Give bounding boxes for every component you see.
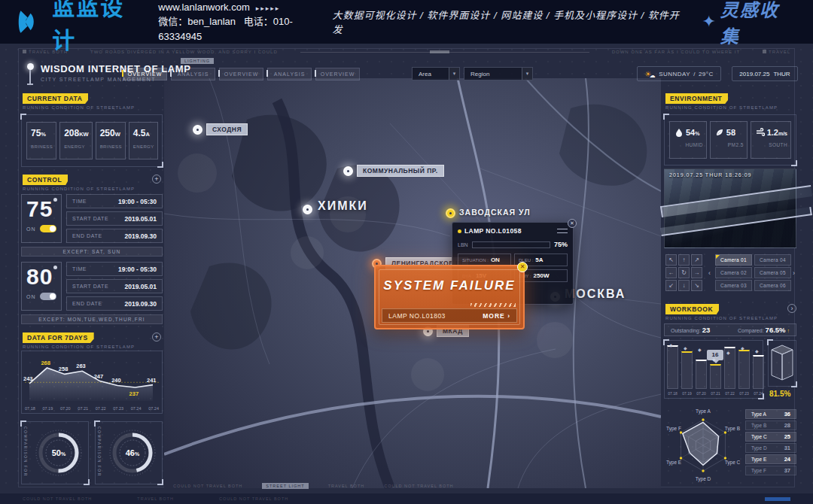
end-date-row: END DATE2019.09.30 <box>66 296 163 311</box>
current-data-panel: 75% BRINESS 208KW ENERGY 250W BRINESS 4.… <box>21 114 163 167</box>
marker-diamond-icon: ◆ <box>741 345 744 351</box>
panel-tag-environment: ENVIRONMENT <box>665 93 728 104</box>
inspiration-brand[interactable]: ✦ 灵感收集 <box>702 0 796 48</box>
lbn-label: LBN <box>458 242 468 247</box>
tab-overview-1[interactable]: OVERVIEW <box>123 68 167 80</box>
brightness-level-box: 75 ON <box>21 194 62 243</box>
stat-briness: 75% BRINESS <box>26 122 56 159</box>
close-icon[interactable]: ✕ <box>568 219 577 228</box>
expand-chart-button[interactable]: + <box>152 332 161 342</box>
camera-list-prev[interactable]: ‹ <box>708 269 711 277</box>
settings-sliders-icon[interactable] <box>557 228 568 234</box>
main-tabs: OVERVIEW ANALYSIS OVERVIEW ANALYSIS OVER… <box>123 68 360 80</box>
camera-list-next[interactable]: › <box>793 269 795 277</box>
cube-value: 81.5% <box>769 390 790 398</box>
camera-button-2[interactable]: Camera 02 <box>715 267 752 278</box>
region-select[interactable]: Region▾ <box>464 67 533 80</box>
hazard-stripes <box>470 303 516 307</box>
failure-title: SYSTEM FAILURE <box>382 278 517 293</box>
tab-overview-2[interactable]: OVERVIEW <box>219 68 263 80</box>
camera-button-5[interactable]: Camera 05 <box>754 267 791 278</box>
legend-row-type-c[interactable]: Type C25 <box>745 432 796 442</box>
arrows-decoration: ▸▸▸▸▸ <box>256 5 281 12</box>
comparison-gauge-2: COMPARISON FOR 46% <box>95 421 163 484</box>
marker-diamond-icon: ◆ <box>698 347 702 352</box>
add-schedule-button[interactable]: + <box>152 175 161 184</box>
workbook-more-button[interactable]: › <box>787 304 796 313</box>
panel-subtitle: RUNNING CONDITION OF STREETLAMP <box>23 187 135 191</box>
marker-diamond-icon: ◆ <box>669 342 673 348</box>
tab-overview-3[interactable]: OVERVIEW <box>315 68 360 80</box>
lamp-pin[interactable] <box>193 125 202 135</box>
camera-feed-image[interactable]: 2019.07.25 THUR 18:26:09 <box>664 169 796 248</box>
cube-widget <box>768 340 796 387</box>
footer-accent <box>765 497 790 501</box>
legend-row-type-d[interactable]: Type D31 <box>745 443 796 453</box>
pan-up-left-button[interactable]: ↖ <box>665 254 677 266</box>
area-select[interactable]: Area▾ <box>412 67 460 80</box>
leaf-icon <box>715 128 724 137</box>
pan-down-left-button[interactable]: ↙ <box>665 280 677 291</box>
schedule-toggle[interactable] <box>40 293 56 300</box>
radar-legend: Type A36 Type B28 Type C25 Type D31 Type… <box>745 409 796 475</box>
caret-down-icon: ▾ <box>522 68 532 80</box>
map-label[interactable]: ХИМКИ <box>318 199 368 213</box>
marker-diamond-icon: ◆ <box>755 348 759 354</box>
panel-tag-7days: DATA FOR 7DAYS <box>23 332 94 343</box>
close-icon[interactable]: ✕ <box>517 262 528 272</box>
camera-button-1[interactable]: Camera 01 <box>715 254 752 266</box>
pan-down-button[interactable]: ↓ <box>678 280 690 291</box>
legend-row-type-e[interactable]: Type E24 <box>745 454 796 464</box>
legend-row-type-a[interactable]: Type A36 <box>745 409 796 419</box>
marker-diamond-icon: ◆ <box>684 345 687 351</box>
pan-down-right-button[interactable]: ↘ <box>691 280 702 291</box>
map-label[interactable]: КОММУНАЛЬНЫЙ ПР. <box>357 165 444 177</box>
brightness-bar[interactable] <box>472 241 550 248</box>
pan-right-button[interactable]: → <box>691 267 702 278</box>
weekday-value: THUR <box>773 71 790 77</box>
lamp-pin[interactable] <box>303 205 312 214</box>
lamp-pin[interactable] <box>343 166 353 176</box>
workbook-bar: ◆16 <box>710 342 721 389</box>
site-header: 蓝蓝设计 www.lanlanwork.com▸▸▸▸▸ 微信：ben_lanl… <box>0 0 813 44</box>
tab-analysis-1[interactable]: ANALYSIS <box>171 68 215 80</box>
status-dot <box>458 229 461 233</box>
svg-text:Type B: Type B <box>725 426 740 432</box>
system-failure-popup: ✕ SYSTEM FAILURE LAMP NO.L01803 MORE › <box>374 265 525 329</box>
pan-up-right-button[interactable]: ↗ <box>691 254 702 266</box>
reset-view-button[interactable]: ↻ <box>678 267 690 278</box>
pan-up-button[interactable]: ↑ <box>678 254 690 266</box>
radar-chart: Type AType BType CType DType EType F <box>659 406 748 486</box>
schedule-block-2: 80 ON TIME19:00 - 05:30 START DATE2019.0… <box>21 262 163 311</box>
map-label[interactable]: ЗАВОДСКАЯ УЛ <box>459 208 531 217</box>
contact-block: www.lanlanwork.com▸▸▸▸▸ 微信：ben_lanlan 电话… <box>158 0 332 44</box>
lanlan-logo-icon <box>17 8 44 36</box>
legend-row-type-f[interactable]: Type F37 <box>745 466 796 475</box>
more-button[interactable]: MORE › <box>483 312 510 320</box>
camera-button-4[interactable]: Camera 04 <box>754 254 791 266</box>
stat-briness-w: 250W BRINESS <box>96 122 126 159</box>
services-tagline: 大数据可视化设计 / 软件界面设计 / 网站建设 / 手机及小程序设计 / 软件… <box>333 8 683 36</box>
svg-text:Type E: Type E <box>666 460 682 466</box>
dashboard-screenshot: 蓝蓝设计 www.lanlanwork.com▸▸▸▸▸ 微信：ben_lanl… <box>0 0 813 504</box>
website-link[interactable]: www.lanlanwork.com <box>158 2 249 13</box>
end-date-row: END DATE2019.09.30 <box>66 229 163 243</box>
lamp-pin-alert[interactable] <box>446 208 455 218</box>
marker-diamond-icon: ◆ <box>726 350 730 355</box>
inspiration-brand-text: 灵感收集 <box>720 0 796 48</box>
workbook-stats-bar: Outstanding:23 Compared:76.5% ↑ <box>664 323 796 336</box>
cube-icon <box>769 341 796 386</box>
tab-analysis-2[interactable]: ANALYSIS <box>267 68 312 80</box>
svg-text:Type F: Type F <box>666 426 681 432</box>
camera-button-6[interactable]: Camera 06 <box>754 280 791 291</box>
legend-row-type-b[interactable]: Type B28 <box>745 421 796 430</box>
map-label[interactable]: МОСКВА <box>565 287 626 301</box>
map-label[interactable]: СХОДНЯ <box>206 123 248 135</box>
workbook-bar: ◆ <box>724 342 735 389</box>
camera-button-3[interactable]: Camera 03 <box>715 280 752 291</box>
weather-widget: ☀ ☁ SUNNDAY / 29°C <box>637 66 721 81</box>
pan-left-button[interactable]: ← <box>665 267 677 278</box>
schedule-toggle[interactable] <box>40 225 56 232</box>
date-value: 2019.07.25 <box>739 71 769 77</box>
workbook-bar: ◆ <box>681 342 693 389</box>
